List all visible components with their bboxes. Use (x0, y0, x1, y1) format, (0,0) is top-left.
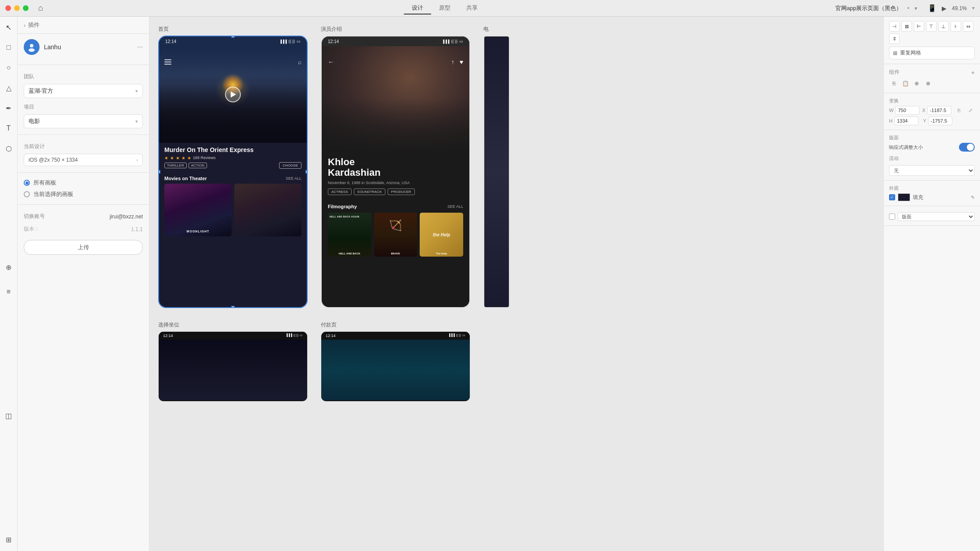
handle-bm[interactable] (231, 306, 235, 308)
zoom-dropdown[interactable]: ▾ (972, 5, 975, 11)
align-center-h-btn[interactable]: ⊠ (901, 21, 912, 32)
handle-bl[interactable] (158, 306, 160, 308)
current-design-label: 当前设计 (18, 139, 149, 152)
user-more-button[interactable]: ··· (137, 43, 143, 51)
y-label: Y (923, 118, 926, 123)
assets-panel[interactable]: ◫ (3, 410, 15, 422)
close-button[interactable] (5, 5, 11, 11)
right-panel: ⊣ ⊠ ⊢ ⊤ ⊥ ⊦ ⇔ ⇕ ⊞ 重复网格 组件 + ⎘ 📋 (883, 17, 980, 551)
grid-select[interactable]: 版面 (898, 212, 975, 221)
distribute-h-btn[interactable]: ⇔ (963, 21, 973, 32)
canvas-area[interactable]: 首页 12:14 (149, 17, 883, 551)
handle-tm[interactable] (231, 36, 235, 38)
w-input[interactable] (895, 106, 919, 115)
delete-btn[interactable]: ⊗ (923, 79, 933, 88)
actor-name: KhloeKardashian (328, 157, 463, 178)
back-button[interactable]: ← (328, 58, 334, 65)
team-dropdown[interactable]: 蓝湖-官方 ▾ (24, 84, 143, 98)
grid-repeat-button[interactable]: ⊞ 重复网格 (889, 47, 975, 59)
share-button[interactable]: ↑ (451, 58, 454, 65)
movie-hero: ⌕ (159, 46, 307, 143)
movies-header: Movies on Theater SEE ALL (164, 176, 301, 181)
zoom-level[interactable]: 49.1% (952, 5, 967, 11)
handle-br[interactable] (305, 306, 308, 308)
component-title: 组件 (889, 69, 900, 76)
h-input[interactable] (894, 116, 918, 125)
y-input[interactable] (928, 116, 952, 125)
window-controls (5, 5, 29, 11)
payment-screen: 12:14 ▐▐▐ ((·)) ▭ (321, 332, 470, 401)
upload-button[interactable]: 上传 (24, 240, 143, 255)
dropdown-arrow[interactable]: ▾ (915, 5, 917, 11)
align-middle-v-btn[interactable]: ⊥ (938, 21, 949, 32)
component-add-btn[interactable]: + (971, 69, 975, 76)
distribute-v-btn[interactable]: ⇕ (889, 33, 900, 44)
user-row: Lanhu ··· (18, 34, 149, 60)
align-right-btn[interactable]: ⊢ (914, 21, 924, 32)
moonlight-poster[interactable]: MOONLIGHT (164, 184, 232, 236)
tab-prototype[interactable]: 原型 (431, 2, 458, 14)
cursor-tool[interactable]: ↖ (3, 21, 15, 33)
project-dropdown[interactable]: 电影 ▾ (24, 114, 143, 128)
heart-button[interactable]: ♥ (460, 58, 463, 65)
align-top-btn[interactable]: ⊤ (926, 21, 936, 32)
lock-ratio-btn[interactable]: ⤢ (966, 106, 975, 115)
filmography-see-all[interactable]: SEE ALL (447, 204, 463, 209)
hell-text: HELL AND BACK AGAIN (330, 215, 370, 218)
motion-select[interactable]: 无 (889, 165, 975, 176)
x-input[interactable] (927, 106, 951, 115)
fill-checkbox[interactable]: ✓ (889, 194, 895, 200)
handle-ml[interactable] (158, 170, 160, 174)
back-button[interactable]: ‹ (24, 22, 25, 29)
film-posters: HELL AND BACK AGAIN HELL AND BACK 🏹 (328, 213, 463, 257)
pen-tool[interactable]: ✒ (3, 102, 15, 114)
rectangle-tool[interactable]: □ (3, 41, 15, 54)
help-poster[interactable]: the Help The Help (420, 213, 463, 257)
handle-mr[interactable] (305, 170, 308, 174)
main-tabs: 设计 原型 共享 (54, 2, 835, 14)
fill-color-swatch[interactable] (898, 193, 910, 201)
actor-signal: ▐▐▐ (442, 40, 449, 44)
current-artboard-radio[interactable]: 当前选择的画板 (18, 188, 149, 200)
triangle-tool[interactable]: △ (3, 82, 15, 94)
girl-poster[interactable] (234, 184, 301, 236)
grid-checkbox[interactable] (889, 214, 895, 220)
movies-section: Movies on Theater SEE ALL MOONLIGHT (159, 172, 307, 240)
fill-edit-btn[interactable]: ✎ (971, 195, 975, 200)
layers-panel[interactable]: ≡ (3, 286, 15, 298)
all-artboards-radio-btn[interactable] (24, 180, 30, 186)
current-artboard-radio-btn[interactable] (24, 191, 30, 197)
play-button[interactable] (225, 87, 241, 102)
copy-btn[interactable]: ⎘ (889, 79, 899, 88)
seat-frame-label: 选择坐位 (158, 321, 308, 329)
duplicate-btn[interactable]: ⊕ (912, 79, 922, 88)
see-all-button[interactable]: SEE ALL (286, 176, 301, 181)
tab-share[interactable]: 共享 (458, 2, 486, 14)
tab-design[interactable]: 设计 (404, 2, 431, 14)
align-bottom-btn[interactable]: ⊦ (951, 21, 961, 32)
responsive-toggle[interactable] (959, 143, 975, 152)
circle-tool[interactable]: ○ (3, 62, 15, 74)
responsive-row: 响应式调整大小 (889, 143, 975, 152)
design-size-row[interactable]: iOS @2x 750 × 1334 › (24, 154, 143, 166)
payment-battery: ▭ (462, 334, 465, 338)
paste-btn[interactable]: 📋 (900, 79, 910, 88)
align-left-btn[interactable]: ⊣ (889, 21, 900, 32)
choose-button[interactable]: CHOOSE (279, 162, 301, 169)
home-phone-frame[interactable]: 12:14 ▐▐▐ ((·)) ▭ (158, 36, 308, 308)
text-tool[interactable]: T (3, 122, 15, 134)
minimize-button[interactable] (14, 5, 20, 11)
team-label: 团队 (18, 69, 149, 82)
brave-poster[interactable]: 🏹 BRAVE (374, 213, 417, 257)
home-button[interactable]: ⌂ (36, 3, 46, 14)
shape-tool[interactable]: ⬡ (3, 142, 15, 155)
zoom-tool[interactable]: ⊕ (3, 261, 15, 273)
plugins-panel[interactable]: ⊞ (3, 533, 15, 546)
copy-w-btn[interactable]: ⎘ (955, 106, 963, 115)
hell-poster[interactable]: HELL AND BACK AGAIN HELL AND BACK (328, 213, 371, 257)
all-artboards-radio[interactable]: 所有画板 (18, 177, 149, 188)
maximize-button[interactable] (23, 5, 29, 11)
handle-tr[interactable] (305, 36, 308, 38)
play-icon[interactable]: ▶ (942, 5, 947, 12)
handle-tl[interactable] (158, 36, 160, 38)
